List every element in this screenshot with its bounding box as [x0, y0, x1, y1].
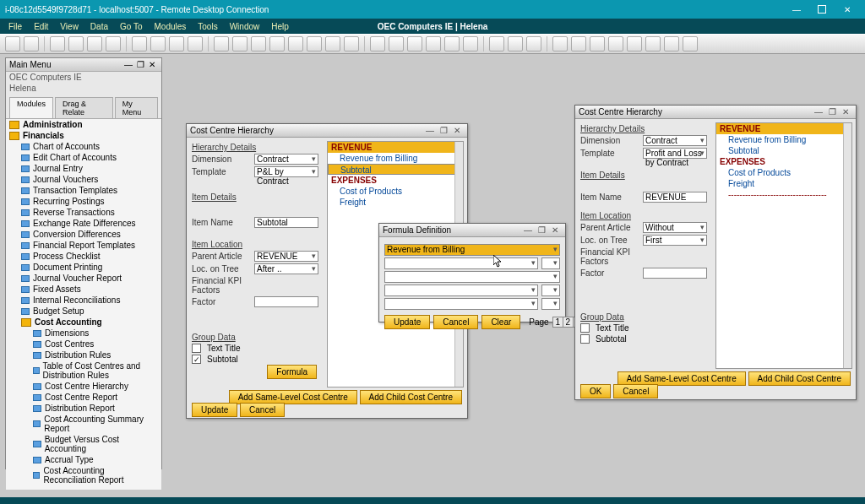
tree-leaf[interactable]: Recurring Postings [33, 197, 104, 206]
toolbar-icon[interactable] [132, 36, 147, 51]
toolbar-icon[interactable] [68, 36, 84, 51]
tree-leaf[interactable]: Cost Centre Hierarchy [45, 382, 128, 391]
toolbar-icon[interactable] [627, 36, 642, 51]
formula-operand-select[interactable] [384, 271, 560, 283]
tree-item[interactable]: Revenue from Billing [328, 153, 463, 164]
toolbar-icon[interactable] [590, 36, 605, 51]
tree-item[interactable]: Freight [328, 197, 463, 208]
toolbar-icon[interactable] [552, 36, 568, 51]
minimize-button[interactable]: — [784, 0, 809, 19]
tree-item[interactable]: Cost of Products [716, 167, 851, 178]
tree-leaf[interactable]: Journal Voucher Report [33, 274, 122, 283]
tree-leaf[interactable]: Financial Report Templates [33, 241, 135, 250]
subtotal-checkbox[interactable]: ✓ [192, 355, 201, 364]
close-icon[interactable]: ✕ [146, 60, 158, 69]
toolbar-icon[interactable] [426, 36, 441, 51]
toolbar-icon[interactable] [150, 36, 166, 51]
tree-leaf[interactable]: Table of Cost Centres and Distribution R… [43, 361, 158, 380]
tree-node[interactable]: Cost Accounting [35, 317, 102, 327]
toolbar-icon[interactable] [307, 36, 322, 51]
tree-item[interactable]: Revenue from Billing [716, 134, 851, 145]
tree-leaf[interactable]: Conversion Differences [33, 230, 121, 239]
tree-node[interactable]: Financials [23, 131, 64, 140]
close-button[interactable]: ✕ [835, 0, 860, 19]
toolbar-icon[interactable] [269, 36, 285, 51]
menu-edit[interactable]: Edit [34, 22, 48, 31]
tree-leaf[interactable]: Dimensions [45, 328, 89, 338]
toolbar-icon[interactable] [169, 36, 184, 51]
itemname-input[interactable]: Subtotal [254, 217, 318, 228]
minimize-icon[interactable]: — [521, 225, 535, 235]
formula-operator-select[interactable] [541, 298, 560, 310]
tree-hdr-expenses[interactable]: EXPENSES [328, 175, 463, 186]
tree-item[interactable]: Subtotal [716, 145, 851, 156]
tree-leaf[interactable]: Process Checklist [33, 252, 100, 261]
restore-icon[interactable]: ❐ [535, 225, 548, 235]
close-icon[interactable]: ✕ [548, 225, 562, 235]
toolbar-icon[interactable] [664, 36, 679, 51]
toolbar-icon[interactable] [232, 36, 248, 51]
tree-leaf[interactable]: Chart of Accounts [33, 142, 100, 151]
tree-leaf[interactable]: Edit Chart of Accounts [33, 153, 117, 162]
template-select[interactable]: Profit and Loss by Contract [643, 148, 707, 159]
dimension-select[interactable]: Contract [643, 135, 707, 146]
menu-goto[interactable]: Go To [120, 22, 143, 31]
formula-operand-select[interactable] [384, 257, 538, 269]
tree-leaf[interactable]: Cost Centres [45, 339, 94, 349]
restore-icon[interactable]: ❐ [825, 107, 839, 117]
texttitle-checkbox[interactable] [580, 323, 590, 333]
formula-operand-select[interactable]: Revenue from Billing [384, 244, 560, 256]
clear-button[interactable]: Clear [481, 315, 520, 329]
update-button[interactable]: Update [384, 315, 430, 329]
menu-window[interactable]: Window [230, 22, 260, 31]
tab-dragrelate[interactable]: Drag & Relate [55, 97, 113, 118]
tree-leaf[interactable]: Accrual Type [45, 455, 94, 464]
toolbar-icon[interactable] [407, 36, 422, 51]
tree-leaf[interactable]: Budget Setup [33, 306, 84, 316]
menu-help[interactable]: Help [271, 22, 289, 31]
toolbar-icon[interactable] [251, 36, 266, 51]
tree-leaf[interactable]: Document Printing [33, 263, 102, 272]
tree-hdr-revenue[interactable]: REVENUE [716, 123, 851, 134]
cancel-button[interactable]: Cancel [613, 384, 658, 398]
minimize-icon[interactable]: — [122, 60, 134, 69]
ok-button[interactable]: OK [580, 384, 611, 398]
toolbar-icon[interactable] [526, 36, 541, 51]
toolbar-icon[interactable] [645, 36, 661, 51]
tree-hdr-revenue[interactable]: REVENUE [328, 142, 463, 153]
maximize-button[interactable] [809, 0, 835, 19]
toolbar-icon[interactable] [24, 36, 39, 51]
formula-operator-select[interactable] [541, 257, 560, 269]
toolbar-icon[interactable] [608, 36, 623, 51]
formula-button[interactable]: Formula [267, 365, 317, 379]
menu-file[interactable]: File [8, 22, 22, 31]
tree-leaf[interactable]: Exchange Rate Differences [33, 219, 136, 228]
tree-leaf[interactable]: Cost Accounting Summary Report [44, 415, 158, 433]
parent-select[interactable]: Without [643, 222, 707, 233]
tree-leaf[interactable]: Cost Accounting Reconciliation Report [43, 466, 158, 485]
module-tree[interactable]: Administration Financials Chart of Accou… [6, 118, 161, 490]
close-icon[interactable]: ✕ [450, 126, 464, 135]
toolbar-icon[interactable] [489, 36, 504, 51]
subtotal-checkbox[interactable] [580, 334, 590, 344]
formula-operand-select[interactable] [384, 298, 538, 310]
toolbar-icon[interactable] [5, 36, 20, 51]
toolbar-icon[interactable] [389, 36, 404, 51]
toolbar-icon[interactable] [50, 36, 65, 51]
toolbar-icon[interactable] [463, 36, 478, 51]
toolbar-icon[interactable] [444, 36, 460, 51]
tab-mymenu[interactable]: My Menu [115, 97, 158, 118]
parent-select[interactable]: REVENUE [254, 251, 318, 262]
factor-input[interactable] [643, 268, 707, 279]
update-button[interactable]: Update [192, 403, 237, 417]
tree-node[interactable]: Administration [23, 120, 83, 129]
tree-leaf[interactable]: Internal Reconciliations [33, 295, 120, 305]
toolbar-icon[interactable] [288, 36, 303, 51]
toolbar-icon[interactable] [87, 36, 102, 51]
toolbar-icon[interactable] [188, 36, 203, 51]
close-icon[interactable]: ✕ [839, 107, 852, 117]
menu-data[interactable]: Data [90, 22, 108, 31]
tree-item[interactable]: Freight [716, 178, 851, 189]
minimize-icon[interactable]: — [423, 126, 437, 135]
tree-leaf[interactable]: Transaction Templates [33, 186, 117, 195]
